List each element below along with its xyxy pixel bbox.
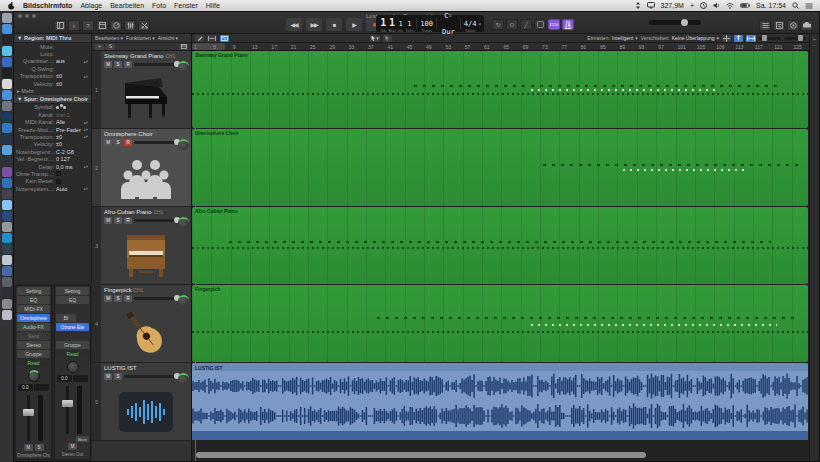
strip-slot[interactable]: Setting — [56, 287, 89, 295]
strip-slot[interactable]: EQ — [56, 296, 89, 304]
inspector-param-row[interactable]: Ohne Transp...: — [14, 170, 91, 177]
strip-slot[interactable]: Setting — [17, 287, 50, 295]
dock-app-icon-19[interactable] — [2, 211, 12, 221]
mute-button[interactable]: M — [104, 373, 112, 380]
dock-app-icon-23[interactable] — [2, 255, 12, 265]
forward-button[interactable]: ▶▶ — [306, 18, 322, 31]
strip-mute-button[interactable]: M — [24, 444, 33, 451]
snap-menu[interactable]: Einrasten: Intelligent ▾ — [587, 35, 637, 41]
record-enable-button[interactable]: R — [124, 139, 132, 146]
play-button[interactable]: ▶ — [346, 18, 362, 31]
dock-app-icon-24[interactable] — [2, 266, 12, 276]
mute-button[interactable]: M — [104, 295, 112, 302]
dock-app-icon-10[interactable] — [2, 112, 12, 122]
updown-arrows-icon[interactable] — [635, 2, 641, 9]
apple-menu-icon[interactable] — [8, 2, 15, 10]
dock-app-icon-21[interactable] — [2, 233, 12, 243]
strip-slot[interactable]: Read — [17, 359, 50, 367]
fader-thumb[interactable] — [62, 400, 73, 407]
fader-track[interactable] — [66, 386, 69, 434]
track-inspector-header[interactable]: ▼ Spur: Omnisphere Choir — [14, 95, 91, 104]
fader-thumb[interactable] — [23, 409, 34, 416]
drag-menu[interactable]: Verschieben: Keine Überlappung ▾ — [641, 35, 719, 41]
menu-ablage[interactable]: Ablage — [80, 2, 102, 9]
inspector-param-row[interactable]: Mute: — [14, 43, 91, 50]
pencil-tool-icon[interactable] — [195, 35, 204, 42]
view-menu[interactable]: Ansicht ▾ — [158, 35, 178, 41]
inspector-param-row[interactable]: Transposition:±0▴▾ — [14, 73, 91, 80]
strip-slot[interactable]: Read — [56, 350, 89, 358]
dock-app-icon-14[interactable] — [2, 156, 12, 166]
pan-knob[interactable] — [67, 361, 79, 373]
dock-app-icon-5[interactable] — [2, 57, 12, 67]
record-enable-button[interactable]: R — [124, 217, 132, 224]
library-toggle-icon[interactable] — [54, 20, 66, 31]
track-pan-knob[interactable] — [178, 373, 189, 384]
inspector-param-row[interactable]: Notensystem...:Auto▴▾ — [14, 185, 91, 192]
record-enable-button[interactable]: R — [124, 295, 132, 302]
inspector-param-row[interactable]: Delay:0,0 ms▴▾ — [14, 163, 91, 170]
lcd-chevron-icon[interactable]: ▾ — [478, 21, 481, 27]
zoom-out-icon[interactable]: − — [810, 42, 819, 48]
inspector-param-row[interactable]: Velocity:±0 — [14, 80, 91, 87]
inspector-param-row[interactable]: Velocity:±0 — [14, 141, 91, 148]
list-editors-icon[interactable] — [759, 20, 771, 31]
master-volume-slider[interactable] — [649, 20, 701, 25]
dock-app-icon-7[interactable] — [2, 79, 12, 89]
header-config-icon[interactable] — [179, 44, 188, 50]
inspector-param-row[interactable]: Quantisier...:aus▴▾ — [14, 58, 91, 65]
menu-hilfe[interactable]: Hilfe — [206, 2, 220, 9]
strip-slot[interactable]: MIDI-FX — [17, 305, 50, 313]
track-name[interactable]: Fingerpick CH1 — [104, 287, 188, 293]
menu-bearbeiten[interactable]: Bearbeiten — [110, 2, 144, 9]
mixer-toggle-icon[interactable] — [124, 20, 136, 31]
mute-button[interactable]: M — [104, 217, 112, 224]
dock-app-icon-9[interactable] — [2, 101, 12, 111]
volume-icon[interactable] — [713, 2, 720, 9]
region-afrocuban[interactable]: Afro-Cuban Piano — [192, 207, 808, 284]
smart-controls-icon[interactable] — [110, 20, 122, 31]
toolbar-toggle-icon[interactable] — [96, 20, 108, 31]
region-fingerpick[interactable]: Fingerpick — [192, 285, 808, 362]
region-inspector-header[interactable]: ▼ Region: MIDI Thru — [14, 34, 91, 43]
menu-fenster[interactable]: Fenster — [174, 2, 198, 9]
replace-button[interactable] — [534, 19, 546, 30]
pan-knob[interactable] — [28, 370, 40, 382]
dock-app-icon-6[interactable] — [2, 68, 12, 78]
volume-readout[interactable]: 0.0 — [18, 384, 33, 391]
track-header-3[interactable]: 3 Afro-Cuban Piano CH1 M S R — [92, 207, 191, 285]
quick-help-icon[interactable]: ? — [82, 20, 94, 31]
solo-mode-button[interactable]: ╱ — [520, 19, 532, 30]
dock-app-icon-25[interactable] — [2, 277, 12, 287]
horizontal-zoom-slider[interactable] — [784, 37, 806, 40]
gain-readout[interactable] — [34, 384, 49, 391]
strip-slot[interactable]: Send — [17, 332, 50, 340]
dock-app-icon-3[interactable] — [2, 35, 12, 45]
stepper-icon[interactable]: ▴▾ — [83, 134, 89, 139]
track-pan-knob[interactable] — [178, 61, 189, 72]
apple-loops-icon[interactable] — [787, 20, 799, 31]
stepper-icon[interactable]: ▴▾ — [83, 59, 89, 64]
param-checkbox[interactable] — [56, 171, 61, 176]
bar-ruler[interactable]: 1591317212529333741454953576165697377818… — [192, 43, 809, 51]
cmd-click-tool-menu[interactable] — [383, 35, 392, 42]
dock-app-icon-2[interactable] — [2, 24, 12, 34]
wifi-icon[interactable] — [726, 3, 734, 9]
clock-icon[interactable] — [700, 2, 707, 9]
strip-slot[interactable]: Ozone Ele — [56, 323, 89, 331]
strip-mute-button[interactable]: M — [68, 443, 77, 450]
track-name[interactable]: LUSTIG IST — [104, 365, 188, 371]
track-pan-knob[interactable] — [178, 295, 189, 306]
dock-app-icon-13[interactable] — [2, 145, 12, 155]
count-in-button[interactable]: 1234 — [548, 19, 560, 30]
strip-solo-button[interactable]: S — [35, 444, 44, 451]
strip-slot[interactable]: EQ — [17, 296, 50, 304]
master-volume-thumb[interactable] — [681, 19, 688, 26]
track-header-4[interactable]: 4 Fingerpick CH1 M S R — [92, 285, 191, 363]
inspector-param-row[interactable]: Kanal:Inst 1 — [14, 111, 91, 118]
stepper-icon[interactable]: ▴▾ — [83, 186, 89, 191]
mute-button[interactable]: M — [104, 61, 112, 68]
display-icon[interactable] — [647, 2, 655, 9]
track-name[interactable]: Omnisphere Choir — [104, 131, 188, 137]
menu-foto[interactable]: Foto — [152, 2, 166, 9]
